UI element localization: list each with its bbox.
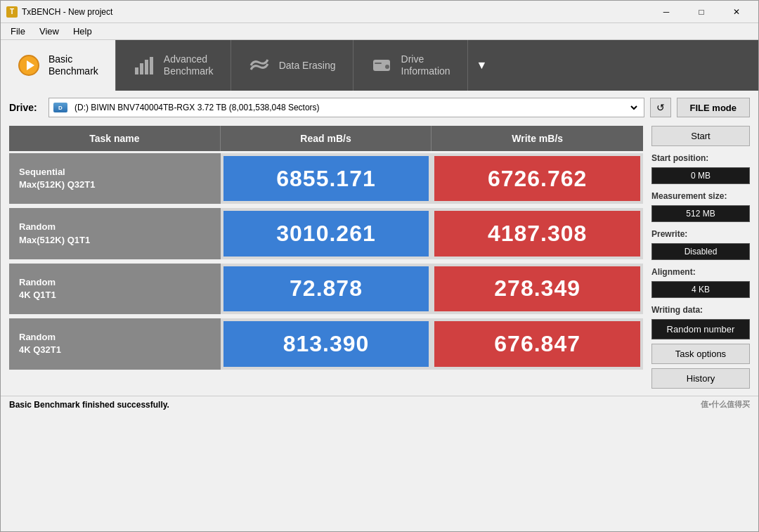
refresh-button[interactable]: ↺ (650, 98, 671, 117)
menu-view[interactable]: View (32, 25, 66, 38)
toolbar: BasicBenchmark AdvancedBenchmark Data Er… (1, 40, 758, 91)
right-panel: Start Start position: 0 MB Measurement s… (651, 126, 750, 389)
tab-basic-label: BasicBenchmark (48, 53, 98, 77)
watermark: 值•什么值得买 (701, 399, 750, 410)
start-position-label: Start position: (651, 153, 750, 163)
tab-drive-label: DriveInformation (401, 53, 450, 77)
menu-file[interactable]: File (4, 25, 32, 38)
table-row: Sequential Max(512K) Q32T1 6855.171 6726… (9, 151, 643, 206)
row-2-write: 4187.308 (434, 211, 640, 256)
writing-data-label: Writing data: (651, 305, 750, 315)
close-button[interactable]: ✕ (720, 4, 753, 20)
row-3-write: 278.349 (434, 266, 640, 311)
svg-rect-5 (150, 57, 153, 74)
table-row: Random Max(512K) Q1T1 3010.261 4187.308 (9, 206, 643, 261)
tab-advanced-benchmark[interactable]: AdvancedBenchmark (116, 40, 231, 91)
table-header: Task name Read mB/s Write mB/s (9, 126, 643, 151)
drive-select-wrapper[interactable]: D (D:) BIWIN BNV740004TB-RGX 3.72 TB (8,… (48, 98, 644, 117)
row-3-read: 72.878 (223, 266, 429, 311)
table-row: Random 4K Q32T1 813.390 676.847 (9, 316, 643, 371)
start-button[interactable]: Start (651, 126, 750, 146)
tab-erasing-label: Data Erasing (279, 60, 336, 72)
writing-data-button[interactable]: Random number (651, 319, 750, 339)
svg-rect-4 (145, 60, 148, 74)
status-bar: Basic Benchmark finished successfully. 值… (1, 396, 758, 413)
alignment-label: Alignment: (651, 267, 750, 277)
row-2-read: 3010.261 (223, 211, 429, 256)
minimize-button[interactable]: ─ (650, 4, 682, 20)
alignment-value: 4 KB (651, 281, 750, 298)
svg-rect-2 (135, 67, 138, 74)
header-task: Task name (9, 126, 221, 151)
refresh-icon: ↺ (656, 102, 665, 113)
tab-dropdown-btn[interactable]: ▼ (468, 40, 496, 91)
svg-rect-3 (140, 63, 143, 74)
menu-bar: File View Help (1, 23, 758, 40)
row-4-write: 676.847 (434, 321, 640, 366)
drive-information-icon (370, 54, 393, 77)
row-1-read: 6855.171 (223, 156, 429, 201)
maximize-button[interactable]: □ (685, 4, 718, 20)
app-icon: T (6, 6, 18, 18)
row-3-name: Random 4K Q1T1 (9, 264, 221, 314)
row-4-name: Random 4K Q32T1 (9, 318, 221, 369)
header-read: Read mB/s (221, 126, 432, 151)
basic-benchmark-icon (18, 54, 40, 77)
table-row: Random 4K Q1T1 72.878 278.349 (9, 261, 643, 316)
header-write: Write mB/s (432, 126, 643, 151)
results-table: Task name Read mB/s Write mB/s Sequentia… (9, 126, 643, 389)
svg-point-7 (385, 65, 389, 69)
title-bar: T TxBENCH - New project ─ □ ✕ (1, 1, 758, 23)
row-2-name: Random Max(512K) Q1T1 (9, 208, 221, 259)
row-1-write: 6726.762 (434, 156, 640, 201)
tab-advanced-label: AdvancedBenchmark (164, 53, 214, 77)
history-button[interactable]: History (651, 368, 750, 389)
drive-icon: D (53, 103, 67, 112)
drive-label: Drive: (9, 102, 43, 113)
advanced-benchmark-icon (133, 54, 155, 77)
drive-dropdown[interactable]: (D:) BIWIN BNV740004TB-RGX 3.72 TB (8,00… (72, 102, 640, 113)
svg-rect-8 (375, 63, 382, 64)
row-4-read: 813.390 (223, 321, 429, 366)
menu-help[interactable]: Help (66, 25, 99, 38)
row-1-name: Sequential Max(512K) Q32T1 (9, 153, 221, 204)
measurement-size-label: Measurement size: (651, 191, 750, 201)
main-area: Drive: D (D:) BIWIN BNV740004TB-RGX 3.72… (1, 91, 758, 396)
measurement-size-value: 512 MB (651, 205, 750, 222)
app-title: TxBENCH - New project (22, 7, 650, 17)
start-position-value: 0 MB (651, 167, 750, 184)
prewrite-label: Prewrite: (651, 229, 750, 239)
status-message: Basic Benchmark finished successfully. (9, 400, 169, 410)
drive-row: Drive: D (D:) BIWIN BNV740004TB-RGX 3.72… (9, 98, 750, 117)
tab-basic-benchmark[interactable]: BasicBenchmark (1, 40, 116, 91)
window-controls: ─ □ ✕ (650, 4, 753, 20)
tab-data-erasing[interactable]: Data Erasing (231, 40, 353, 91)
file-mode-button[interactable]: FILE mode (677, 98, 750, 117)
tab-drive-information[interactable]: DriveInformation (353, 40, 468, 91)
task-options-button[interactable]: Task options (651, 344, 750, 364)
prewrite-value: Disabled (651, 243, 750, 260)
data-erasing-icon (248, 54, 271, 77)
content-layout: Task name Read mB/s Write mB/s Sequentia… (9, 126, 750, 389)
